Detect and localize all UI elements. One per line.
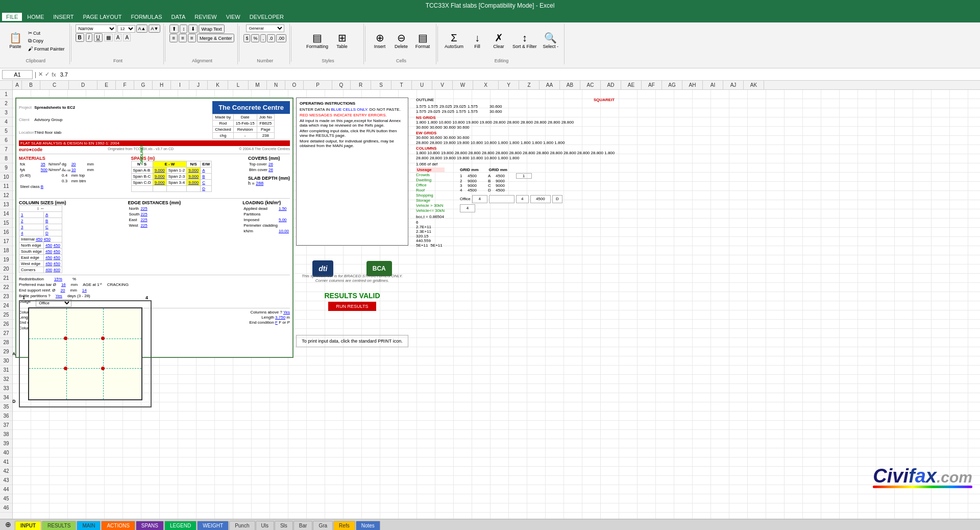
col-internal-3[interactable]: 3 xyxy=(19,224,44,230)
cancel-formula-button[interactable]: ✕ xyxy=(38,71,43,78)
span-bc-ns[interactable]: 9.000 xyxy=(153,174,166,180)
row-35[interactable]: 35 xyxy=(0,402,12,412)
run-results-button[interactable]: RUN RESULTS xyxy=(328,302,377,311)
row-21[interactable]: 21 xyxy=(0,274,12,283)
formula-input[interactable]: 3.7 xyxy=(58,71,978,78)
row-32[interactable]: 32 xyxy=(0,375,12,384)
increase-decimal-button[interactable]: .0 xyxy=(267,34,275,42)
col-header-af[interactable]: AF xyxy=(642,81,662,89)
row-18[interactable]: 18 xyxy=(0,246,12,255)
selected-grid-4500[interactable]: 4500 xyxy=(530,195,551,203)
currency-button[interactable]: $ xyxy=(243,34,250,42)
col-header-m[interactable]: M xyxy=(249,81,267,89)
selected-grid-4c[interactable]: 4 xyxy=(460,204,475,212)
col-west-edge[interactable]: 450 xyxy=(45,261,52,266)
span-12-ew[interactable]: A xyxy=(201,167,212,174)
selected-grid-4[interactable]: 4 xyxy=(472,195,487,203)
row-14[interactable]: 14 xyxy=(0,209,12,219)
print-panel[interactable]: To print input data, click the standard … xyxy=(296,335,408,347)
col-header-v[interactable]: V xyxy=(432,81,453,89)
row-25[interactable]: 25 xyxy=(0,310,12,320)
menu-insert[interactable]: INSERT xyxy=(49,13,78,21)
fill-color-button[interactable]: A xyxy=(114,34,122,41)
col-corners-2[interactable]: 400 xyxy=(54,268,60,272)
format-button[interactable]: ▤ Format xyxy=(412,31,433,51)
row-4[interactable]: 4 xyxy=(0,117,12,127)
h-value[interactable]: 288 xyxy=(256,181,263,186)
row-15[interactable]: 15 xyxy=(0,219,12,228)
menu-formulas[interactable]: FORMULAS xyxy=(127,13,166,21)
delete-button[interactable]: ⊖ Delete xyxy=(391,31,411,51)
border-button[interactable]: ▦ xyxy=(104,34,113,41)
col-header-l[interactable]: L xyxy=(228,81,249,89)
col-header-ag[interactable]: AG xyxy=(662,81,682,89)
row-26[interactable]: 26 xyxy=(0,320,12,329)
row-3[interactable]: 3 xyxy=(0,108,12,117)
menu-home[interactable]: HOME xyxy=(23,13,48,21)
col-north-edge[interactable]: 450 xyxy=(45,243,52,248)
col-internal-c[interactable]: C xyxy=(43,224,62,230)
selected-grid-4b[interactable]: 4 xyxy=(516,195,529,203)
align-bottom-button[interactable]: ⬇ xyxy=(188,25,198,33)
comma-button[interactable]: , xyxy=(260,34,266,42)
tab-gra[interactable]: Gra xyxy=(313,521,333,530)
insert-function-button[interactable]: fx xyxy=(52,71,56,78)
tab-actions[interactable]: ACTIONS xyxy=(101,521,135,530)
tab-notes[interactable]: Notes xyxy=(356,521,380,530)
col-header-ae[interactable]: AE xyxy=(621,81,642,89)
tab-main[interactable]: MAIN xyxy=(77,521,101,530)
col-internal-b[interactable]: B xyxy=(43,218,62,224)
merge-center-button[interactable]: Merge & Center xyxy=(197,34,235,42)
usage-shopping[interactable]: Shopping xyxy=(416,193,445,198)
col-header-ai[interactable]: AI xyxy=(703,81,723,89)
edge-west[interactable]: 225 xyxy=(140,223,147,228)
row-27[interactable]: 27 xyxy=(0,329,12,338)
tab-legend[interactable]: LEGEND xyxy=(164,521,197,530)
new-sheet-button[interactable]: ⊕ xyxy=(2,519,14,530)
selected-grid-blank[interactable] xyxy=(489,195,514,203)
font-color-button[interactable]: A xyxy=(123,34,131,41)
row-44[interactable]: 44 xyxy=(0,485,12,494)
row-11[interactable]: 11 xyxy=(0,182,12,191)
col-internal-1[interactable]: 1 xyxy=(19,212,44,218)
row-16[interactable]: 16 xyxy=(0,228,12,237)
col-header-w[interactable]: W xyxy=(453,81,473,89)
col-header-e[interactable]: E xyxy=(97,81,116,89)
col-corners-1[interactable]: 400 xyxy=(45,268,52,272)
row-31[interactable]: 31 xyxy=(0,366,12,375)
span-34[interactable]: 9.000 xyxy=(187,180,201,186)
col-east-edge[interactable]: 450 xyxy=(45,255,52,260)
align-middle-button[interactable]: ↕ xyxy=(180,25,187,33)
decrease-decimal-button[interactable]: .00 xyxy=(276,34,287,42)
col-header-c[interactable]: C xyxy=(40,81,69,89)
row-46[interactable]: 46 xyxy=(0,503,12,513)
span-34-ew[interactable]: C xyxy=(201,180,212,186)
row-13[interactable]: 13 xyxy=(0,200,12,209)
cols-above-val[interactable]: Yes xyxy=(283,310,290,315)
col-internal-2[interactable]: 2 xyxy=(19,218,44,224)
col-header-a[interactable]: A xyxy=(13,81,22,89)
edge-south[interactable]: 225 xyxy=(140,212,147,216)
row-34[interactable]: 34 xyxy=(0,393,12,402)
row-10[interactable]: 10 xyxy=(0,173,12,182)
tab-uls[interactable]: Uls xyxy=(256,521,274,530)
selected-grid-d[interactable]: D xyxy=(552,195,562,203)
row-6[interactable]: 6 xyxy=(0,136,12,145)
number-format-select[interactable]: General xyxy=(246,25,284,32)
menu-data[interactable]: DATA xyxy=(167,13,190,21)
col-header-z[interactable]: Z xyxy=(519,81,540,89)
col-header-ac[interactable]: AC xyxy=(580,81,601,89)
col-header-n[interactable]: N xyxy=(267,81,285,89)
conditional-formatting-button[interactable]: ▤ Formatting xyxy=(304,31,331,51)
col-header-d[interactable]: D xyxy=(69,81,97,89)
font-size-select[interactable]: 12 xyxy=(117,25,135,33)
menu-view[interactable]: VIEW xyxy=(222,13,244,21)
tab-sls[interactable]: Sls xyxy=(275,521,293,530)
menu-file[interactable]: FILE xyxy=(2,13,22,21)
row-42[interactable]: 42 xyxy=(0,467,12,476)
perimeter-cladding-val[interactable]: 10.00 xyxy=(279,229,289,233)
col-header-u[interactable]: U xyxy=(412,81,432,89)
col-south-edge[interactable]: 450 xyxy=(45,249,52,254)
tab-bar[interactable]: Bar xyxy=(293,521,313,530)
col-header-ab[interactable]: AB xyxy=(560,81,580,89)
